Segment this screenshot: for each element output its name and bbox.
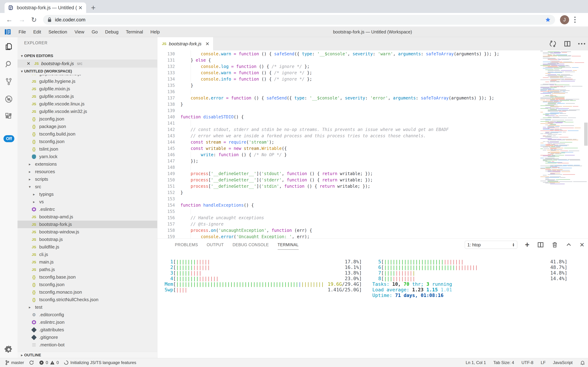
code-line[interactable]: 130console.warn = function () { safeSend… (157, 51, 536, 57)
file-row[interactable]: JSpaths.js (17, 266, 157, 273)
file-row[interactable]: JSbootstrap-fork.js (17, 221, 157, 228)
code-line[interactable]: 148 (157, 164, 536, 171)
editor-tab[interactable]: JS bootstrap-fork.js ✕ (157, 37, 213, 50)
code-line[interactable]: 149process['__defineGetter__']('stdout',… (157, 171, 536, 177)
file-row[interactable]: .eslintrc (17, 206, 157, 213)
browser-tab[interactable]: bootstrap-fork.js — Untitled (W ✕ (5, 2, 86, 13)
code-line[interactable]: 137console.error = function () { safeSen… (157, 95, 536, 101)
bell-icon[interactable] (580, 360, 585, 365)
panel-tab-problems[interactable]: PROBLEMS (175, 242, 198, 250)
file-row[interactable]: {}tsconfig.json (17, 281, 157, 288)
file-row[interactable]: JSgulpfile.vscode.linux.js (17, 100, 157, 108)
url-bar[interactable]: ide.coder.com (43, 15, 555, 25)
more-actions-icon[interactable] (578, 43, 585, 44)
open-editor-item[interactable]: ✕ JS bootstrap-fork.js src (17, 59, 157, 67)
file-row[interactable]: {}jsconfig.json (17, 115, 157, 123)
file-row[interactable]: ⚙.editorconfig (17, 311, 157, 318)
code-line[interactable]: 153 (157, 196, 536, 202)
sync-item[interactable] (29, 360, 34, 365)
menu-item-terminal[interactable]: Terminal (126, 29, 143, 34)
close-panel-icon[interactable]: ✕ (580, 241, 585, 248)
extensions-icon[interactable] (4, 112, 13, 121)
panel-tab-debug-console[interactable]: DEBUG CONSOLE (232, 242, 269, 250)
cursor-position[interactable]: Ln 1, Col 1 (466, 360, 486, 365)
code-line[interactable]: 158process.on('uncaughtException', funct… (157, 227, 536, 234)
file-row[interactable]: JSbuildfile.js (17, 243, 157, 251)
git-branch-item[interactable]: master (5, 360, 24, 365)
code-line[interactable]: 150process['__defineGetter__']('stderr',… (157, 177, 536, 183)
file-row[interactable]: ▸extensions (17, 160, 157, 168)
editor-scrollbar-thumb[interactable] (584, 123, 588, 146)
file-row[interactable]: JSbootstrap-window.js (17, 228, 157, 236)
code-line[interactable]: 154function handleExceptions() { (157, 202, 536, 208)
bookmark-star-icon[interactable] (545, 17, 551, 23)
menu-item-help[interactable]: Help (150, 29, 160, 34)
problems-item[interactable]: 0 0 (39, 360, 59, 365)
file-row[interactable]: .gitignore (17, 334, 157, 341)
kill-terminal-trash-icon[interactable] (552, 242, 558, 248)
file-row[interactable]: {}tsconfig.monaco.json (17, 288, 157, 296)
file-row[interactable]: .mention-bot (17, 341, 157, 349)
code-line[interactable]: 152} (157, 190, 536, 196)
menu-item-selection[interactable]: Selection (49, 29, 67, 34)
file-row[interactable]: ▸resources (17, 168, 157, 175)
menu-item-file[interactable]: File (18, 29, 26, 34)
code-line[interactable]: 141 (157, 120, 536, 126)
file-row[interactable]: {}tsconfig.json (17, 138, 157, 145)
code-line[interactable]: 139 (157, 108, 536, 114)
code-line[interactable]: 157// @ts-ignore (157, 221, 536, 227)
code-line[interactable]: 131} else { (157, 57, 536, 63)
browser-tab-close-icon[interactable]: ✕ (78, 5, 83, 11)
file-row[interactable]: JSgulpfile.vscode.win32.js (17, 108, 157, 115)
file-row[interactable]: {}tsconfig.build.json (17, 130, 157, 138)
explorer-icon[interactable] (4, 42, 13, 51)
debug-disabled-icon[interactable] (4, 95, 13, 104)
panel-tab-terminal[interactable]: TERMINAL (278, 242, 299, 250)
code-line[interactable]: 144const stream = require('stream'); (157, 139, 536, 145)
code-line[interactable]: 142// const stdout, stderr and stdin be … (157, 126, 536, 133)
code-line[interactable]: 133console.warn = function () { /* ignor… (157, 70, 536, 76)
file-row[interactable]: ▸test (17, 303, 157, 311)
code-line[interactable]: 146write: function () { /* No OP */ } (157, 152, 536, 158)
sync-changes-icon[interactable] (549, 40, 556, 47)
avatar[interactable]: J (560, 15, 569, 24)
file-row[interactable]: yarn.lock (17, 153, 157, 160)
status-badge[interactable]: Off (3, 135, 14, 142)
file-row[interactable]: JSbootstrap-amd.js (17, 213, 157, 221)
panel-tab-output[interactable]: OUTPUT (207, 242, 224, 250)
language-mode[interactable]: JavaScript (553, 360, 573, 365)
file-row[interactable]: .gitattributes (17, 326, 157, 334)
split-editor-icon[interactable] (564, 40, 571, 47)
outline-header[interactable]: ▸ OUTLINE (17, 352, 157, 358)
new-tab-button[interactable]: + (91, 4, 96, 12)
file-row[interactable]: JSgulpfile.hygiene.js (17, 78, 157, 85)
eol[interactable]: LF (541, 360, 546, 365)
workspace-header[interactable]: ▾ UNTITLED (WORKSPACE) (17, 67, 157, 75)
file-row[interactable]: ▸typings (17, 191, 157, 198)
terminal-select[interactable]: 1: htop ▲▼ (465, 241, 517, 249)
code-line[interactable]: 155 (157, 208, 536, 215)
source-control-icon[interactable] (4, 77, 13, 86)
coder-logo-icon[interactable] (4, 28, 11, 35)
tab-close-icon[interactable]: ✕ (205, 41, 209, 47)
code-line[interactable]: 143// error when we are inside a forked … (157, 133, 536, 139)
code-line[interactable]: 145const writable = new stream.Writable(… (157, 145, 536, 152)
file-row[interactable]: ▾src (17, 183, 157, 191)
maximize-panel-icon[interactable] (566, 242, 572, 248)
search-icon[interactable] (4, 59, 13, 69)
minimap[interactable] (539, 51, 583, 186)
reload-icon[interactable]: ↻ (31, 16, 37, 24)
forward-icon[interactable]: → (18, 16, 25, 24)
split-terminal-icon[interactable] (537, 242, 544, 248)
code-editor[interactable]: 129console.log = function () { safeSend(… (157, 50, 588, 239)
menu-item-go[interactable]: Go (92, 29, 98, 34)
file-row[interactable]: {}tslint.json (17, 145, 157, 153)
file-row[interactable]: ▸vs (17, 198, 157, 206)
menu-item-debug[interactable]: Debug (105, 29, 118, 34)
code-line[interactable]: 132console.log = function () { /* ignore… (157, 63, 536, 70)
menu-item-edit[interactable]: Edit (33, 29, 41, 34)
browser-menu-icon[interactable] (574, 17, 576, 23)
back-icon[interactable]: ← (6, 16, 13, 24)
file-row[interactable]: {}package.json (17, 123, 157, 130)
encoding[interactable]: UTF-8 (522, 360, 533, 365)
